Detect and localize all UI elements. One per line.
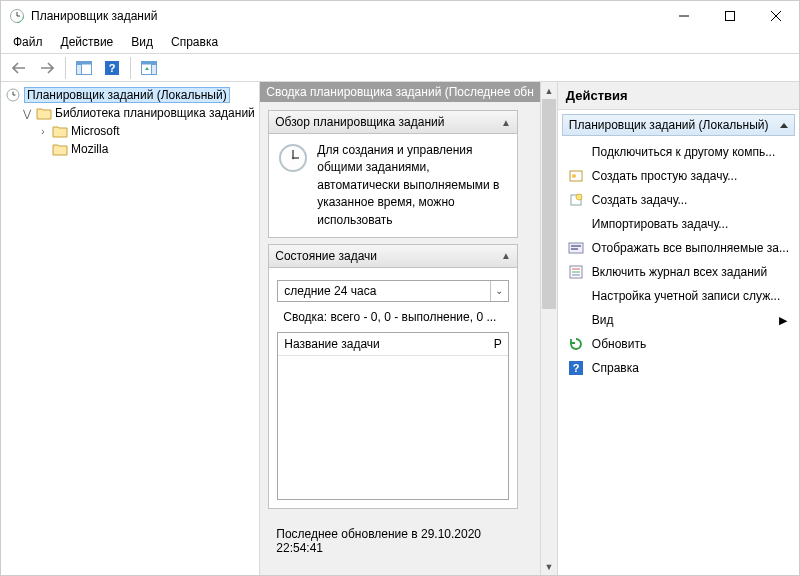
action-label: Создать простую задачу...	[592, 169, 737, 183]
toolbar-separator	[65, 57, 66, 79]
action-label: Справка	[592, 361, 639, 375]
back-button[interactable]	[7, 57, 31, 79]
action-view[interactable]: Вид ▶	[562, 308, 795, 332]
status-summary: Сводка: всего - 0, 0 - выполнение, 0 ...	[277, 306, 509, 328]
tree-microsoft[interactable]: › Microsoft	[35, 122, 257, 140]
action-help[interactable]: ? Справка	[562, 356, 795, 380]
action-import-task[interactable]: Импортировать задачу...	[562, 212, 795, 236]
menu-file[interactable]: Файл	[5, 33, 51, 51]
menu-help[interactable]: Справка	[163, 33, 226, 51]
action-account-config[interactable]: Настройка учетной записи служ...	[562, 284, 795, 308]
blank-icon	[568, 216, 584, 232]
window-title: Планировщик заданий	[31, 9, 157, 23]
action-label: Отображать все выполняемые за...	[592, 241, 789, 255]
status-title: Состояние задачи	[275, 249, 501, 263]
action-show-running[interactable]: Отображать все выполняемые за...	[562, 236, 795, 260]
menu-action[interactable]: Действие	[53, 33, 122, 51]
maximize-button[interactable]	[707, 1, 753, 31]
blank-icon	[568, 312, 584, 328]
status-header[interactable]: Состояние задачи ▲	[269, 245, 517, 268]
scheduler-icon	[5, 87, 21, 103]
actions-subheader-label: Планировщик заданий (Локальный)	[569, 118, 780, 132]
console-tree[interactable]: Планировщик заданий (Локальный) ⋁ Библио…	[1, 82, 260, 575]
chevron-down-icon: ⌄	[490, 281, 508, 301]
action-label: Настройка учетной записи служ...	[592, 289, 780, 303]
help-button[interactable]: ?	[100, 57, 124, 79]
svg-rect-15	[152, 64, 157, 74]
scroll-down-icon[interactable]: ▼	[541, 558, 557, 575]
wizard-icon	[568, 168, 584, 184]
minimize-button[interactable]	[661, 1, 707, 31]
folder-icon	[52, 124, 68, 138]
blank-icon	[568, 144, 584, 160]
forward-button[interactable]	[35, 57, 59, 79]
menubar: Файл Действие Вид Справка	[1, 31, 799, 53]
folder-icon	[52, 142, 68, 156]
tree-microsoft-label: Microsoft	[71, 124, 120, 138]
action-label: Обновить	[592, 337, 646, 351]
show-hide-action-pane-button[interactable]	[137, 57, 161, 79]
center-header: Сводка планировщика заданий (Последнее о…	[260, 82, 540, 102]
toolbar-separator	[130, 57, 131, 79]
help-icon: ?	[568, 360, 584, 376]
svg-point-26	[576, 194, 582, 200]
center-pane: Сводка планировщика заданий (Последнее о…	[260, 82, 558, 575]
menu-view[interactable]: Вид	[123, 33, 161, 51]
new-task-icon	[568, 192, 584, 208]
svg-rect-29	[571, 248, 578, 250]
tree-library[interactable]: ⋁ Библиотека планировщика заданий	[19, 104, 257, 122]
actions-header: Действия	[558, 82, 799, 110]
body: Планировщик заданий (Локальный) ⋁ Библио…	[1, 82, 799, 575]
toolbar: ?	[1, 54, 799, 82]
svg-text:?: ?	[109, 62, 116, 74]
overview-group: Обзор планировщика заданий ▲ Для создани…	[268, 110, 518, 238]
tree-root[interactable]: Планировщик заданий (Локальный)	[3, 86, 257, 104]
task-status-list[interactable]: Название задачи Р	[277, 332, 509, 500]
app-icon	[9, 8, 25, 24]
svg-rect-10	[77, 64, 82, 74]
collapse-icon: ▲	[501, 250, 511, 261]
submenu-arrow-icon: ▶	[779, 314, 789, 327]
action-label: Вид	[592, 313, 614, 327]
tree-mozilla[interactable]: Mozilla	[35, 140, 257, 158]
combo-value: следние 24 часа	[278, 284, 490, 298]
overview-header[interactable]: Обзор планировщика заданий ▲	[269, 111, 517, 134]
close-button[interactable]	[753, 1, 799, 31]
action-refresh[interactable]: Обновить	[562, 332, 795, 356]
svg-point-22	[292, 157, 294, 159]
action-label: Создать задачу...	[592, 193, 688, 207]
show-hide-tree-button[interactable]	[72, 57, 96, 79]
last-refreshed: Последнее обновление в 29.10.2020 22:54:…	[268, 515, 518, 567]
action-create-basic-task[interactable]: Создать простую задачу...	[562, 164, 795, 188]
tree-root-label: Планировщик заданий (Локальный)	[24, 87, 230, 103]
tree-mozilla-label: Mozilla	[71, 142, 108, 156]
col-result[interactable]: Р	[494, 337, 502, 351]
status-period-combo[interactable]: следние 24 часа ⌄	[277, 280, 509, 302]
status-group: Состояние задачи ▲ следние 24 часа ⌄ Сво…	[268, 244, 518, 509]
actions-list: Подключиться к другому компь... Создать …	[558, 140, 799, 380]
actions-pane: Действия Планировщик заданий (Локальный)…	[558, 82, 799, 575]
svg-point-24	[572, 174, 576, 178]
list-header: Название задачи Р	[278, 333, 508, 356]
svg-rect-28	[571, 245, 581, 247]
titlebar: Планировщик заданий	[1, 1, 799, 31]
svg-rect-5	[726, 12, 735, 21]
folder-icon	[36, 106, 52, 120]
running-tasks-icon	[568, 240, 584, 256]
scroll-up-icon[interactable]: ▲	[541, 82, 557, 99]
action-connect[interactable]: Подключиться к другому компь...	[562, 140, 795, 164]
vertical-scrollbar[interactable]: ▲ ▼	[540, 82, 557, 575]
overview-text: Для создания и управления общими задания…	[317, 142, 509, 229]
blank-icon	[568, 288, 584, 304]
task-scheduler-window: Планировщик заданий Файл Действие Вид Сп…	[0, 0, 800, 576]
action-label: Импортировать задачу...	[592, 217, 728, 231]
scroll-thumb[interactable]	[542, 99, 556, 309]
tree-library-label: Библиотека планировщика заданий	[55, 106, 255, 120]
actions-subheader[interactable]: Планировщик заданий (Локальный)	[562, 114, 795, 136]
action-label: Включить журнал всех заданий	[592, 265, 767, 279]
action-enable-history[interactable]: Включить журнал всех заданий	[562, 260, 795, 284]
expand-toggle[interactable]: ⋁	[21, 108, 33, 119]
expand-toggle[interactable]: ›	[37, 126, 49, 137]
col-task-name[interactable]: Название задачи	[284, 337, 494, 351]
action-create-task[interactable]: Создать задачу...	[562, 188, 795, 212]
